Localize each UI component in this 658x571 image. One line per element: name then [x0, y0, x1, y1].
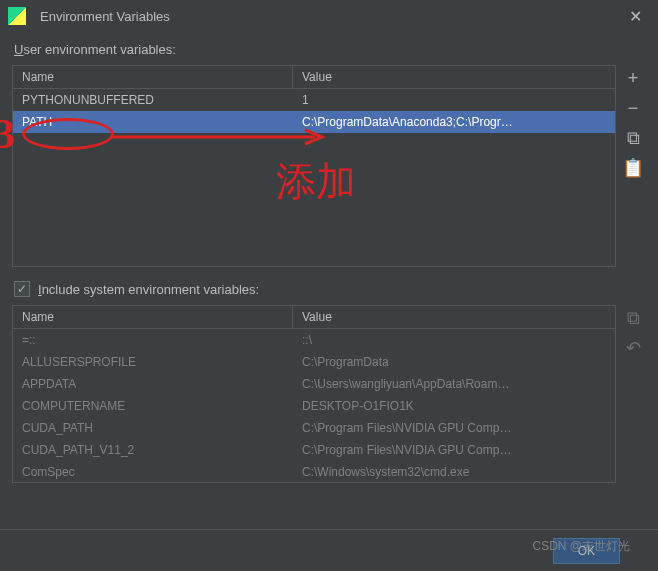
pycharm-icon [8, 7, 26, 25]
copy-icon[interactable]: ⧉ [620, 125, 646, 151]
system-toolbar: ⧉ ↶ [620, 305, 646, 483]
cancel-area[interactable] [628, 546, 644, 556]
add-icon[interactable]: + [620, 65, 646, 91]
table-row[interactable]: =:: ::\ [13, 329, 615, 351]
table-row[interactable]: ALLUSERSPROFILE C:\ProgramData [13, 351, 615, 373]
user-vars-label: User environment variables: [14, 42, 646, 57]
window-title: Environment Variables [40, 9, 621, 24]
table-header: Name Value [13, 66, 615, 89]
table-row[interactable]: CUDA_PATH_V11_2 C:\Program Files\NVIDIA … [13, 439, 615, 461]
table-row[interactable]: APPDATA C:\Users\wangliyuan\AppData\Roam… [13, 373, 615, 395]
table-header: Name Value [13, 306, 615, 329]
checkbox-icon[interactable]: ✓ [14, 281, 30, 297]
table-row[interactable]: CUDA_PATH C:\Program Files\NVIDIA GPU Co… [13, 417, 615, 439]
column-value[interactable]: Value [293, 66, 615, 88]
user-vars-table[interactable]: Name Value PYTHONUNBUFFERED 1 PATH C:\Pr… [12, 65, 616, 267]
revert-icon[interactable]: ↶ [620, 335, 646, 361]
system-vars-table[interactable]: Name Value =:: ::\ ALLUSERSPROFILE C:\Pr… [12, 305, 616, 483]
column-name[interactable]: Name [13, 66, 293, 88]
include-system-label: Include system environment variables: [38, 282, 259, 297]
table-row[interactable]: PATH C:\ProgramData\Anaconda3;C:\Progr… [13, 111, 615, 133]
user-toolbar: + − ⧉ 📋 [620, 65, 646, 267]
close-icon[interactable]: ✕ [621, 7, 650, 26]
paste-icon[interactable]: 📋 [620, 155, 646, 181]
titlebar: Environment Variables ✕ [0, 0, 658, 32]
watermark: CSDN @末世灯光 [532, 538, 630, 555]
copy-icon[interactable]: ⧉ [620, 305, 646, 331]
column-value[interactable]: Value [293, 306, 615, 328]
table-row[interactable]: ComSpec C:\Windows\system32\cmd.exe [13, 461, 615, 482]
remove-icon[interactable]: − [620, 95, 646, 121]
table-row[interactable]: COMPUTERNAME DESKTOP-O1FIO1K [13, 395, 615, 417]
include-system-row[interactable]: ✓ Include system environment variables: [14, 281, 646, 297]
table-row[interactable]: PYTHONUNBUFFERED 1 [13, 89, 615, 111]
column-name[interactable]: Name [13, 306, 293, 328]
